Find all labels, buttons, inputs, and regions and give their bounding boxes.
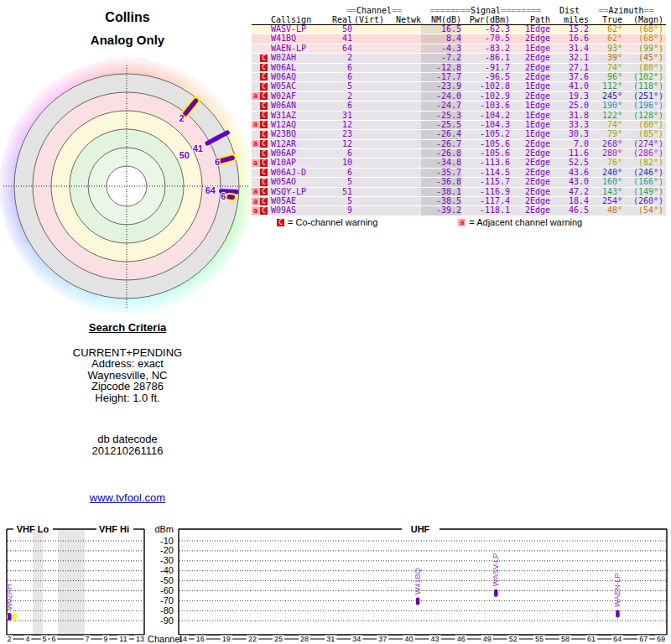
col-pwr: Pwr(dBm) [461,15,510,24]
cell-callsign: W09AS [271,206,327,215]
col-miles: miles [550,15,589,24]
criteria-line: Zipcode 28786 [44,381,211,392]
cell-virt-channel [352,169,384,177]
cell-network [384,178,421,186]
cell-callsign: W06AL [271,64,327,72]
y-tick-label: -50 [160,575,174,585]
cell-path: 2Edge [510,34,550,43]
cell-network [384,206,421,215]
cell-path: 1Edge [510,44,550,53]
cell-nm-db: -26.7 [421,140,461,148]
cell-power-dbm: -62.3 [461,25,510,34]
co-channel-warning-icon: C [260,179,268,186]
cell-nm-db: -26.8 [421,149,461,158]
polar-plot: 250416646 [0,54,260,315]
cell-miles: 31.4 [550,44,589,53]
cell-true-azimuth: 39° [589,54,622,62]
cell-virt-channel [352,101,384,110]
x-tick-label: 46 [457,635,466,643]
station-table: ==Channel== ========Signal======== Dist … [252,7,666,216]
cell-real-channel: 5 [327,178,352,186]
col-path: Path [510,15,550,24]
cell-magn-azimuth: (251°) [622,92,663,101]
x-tick-label: 40 [404,635,413,643]
table-row: CW31AZ31-25.3-104.21Edge31.8122°(128°) [252,112,666,121]
x-tick-label: 25 [274,635,283,643]
signal-bar [416,597,420,605]
co-channel-warning-icon: C [260,73,268,80]
cell-power-dbm: -118.1 [461,206,510,215]
cell-nm-db: -25.3 [421,112,461,120]
cell-virt-channel [352,82,384,91]
page-subtitle: Analog Only [0,33,255,47]
y-tick-label: -70 [160,595,174,605]
co-channel-warning-icon: C [260,198,268,205]
cell-miles: 30.3 [550,130,589,138]
cell-miles: 18.4 [550,197,589,205]
cell-miles: 33.3 [550,121,589,129]
cell-callsign: W10AP [271,158,327,167]
signal-bar [616,610,620,618]
signal-bar [8,613,12,621]
cell-network [384,34,421,43]
cell-power-dbm: -70.5 [461,34,510,43]
cell-nm-db: -4.3 [421,44,461,53]
cell-power-dbm: -113.6 [461,158,510,167]
table-row: CW05AO5-36.8-115.72Edge43.0160°(166°) [252,178,666,187]
cell-miles: 43.6 [550,169,589,177]
cell-power-dbm: -86.1 [461,54,510,62]
cell-nm-db: -7.2 [421,54,461,62]
cell-magn-azimuth: (54°) [622,206,663,215]
cell-real-channel: 6 [327,64,352,72]
cell-magn-azimuth: (68°) [622,34,663,43]
col-netwk: Netwk [384,15,421,24]
criteria-line: CURRENT+PENDING [44,347,211,359]
cell-network [384,140,421,148]
table-row: aCW09AS9-39.2-118.12Edge46.548°(54°) [252,206,666,216]
signal-callsign-label: WAEN-LP [613,573,622,607]
tvfool-link[interactable]: www.tvfool.com [90,491,165,504]
cell-nm-db: -38.5 [421,197,461,205]
co-channel-warning-icon: C [260,83,268,91]
cell-virt-channel [352,112,384,120]
cell-virt-channel [352,188,384,196]
col-real: Real [327,15,352,24]
cell-path: 2Edge [510,158,550,167]
cell-network [384,197,421,205]
x-tick-label: 67 [639,635,648,643]
cell-power-dbm: -105.6 [461,140,510,148]
cell-callsign: W31AZ [271,112,327,120]
cell-nm-db: -24.0 [421,92,461,101]
x-tick-label: 9 [103,635,107,643]
cell-miles: 41.0 [550,82,589,91]
cell-path: 2Edge [510,178,550,186]
y-tick-label: -10 [160,536,174,546]
cell-magn-azimuth: (80°) [622,64,663,72]
cell-path: 1Edge [510,101,550,110]
x-tick-label: 49 [483,635,492,643]
cell-path: 2Edge [510,73,550,81]
cell-callsign: W06AJ-D [271,169,327,177]
vhf-gap-band [33,530,43,634]
x-axis-label: Channel [148,634,182,644]
x-tick-label: 5 [42,635,46,643]
warning-legend: C = Co-channel warning a = Adjacent chan… [277,217,663,227]
table-row: CW23BQ23-26.4-105.21Edge30.379°(85°) [252,130,666,139]
cell-real-channel: 12 [327,140,352,148]
cell-virt-channel [352,206,384,215]
cell-miles: 7.0 [550,140,589,148]
band-title-uhf: UHF [411,524,430,534]
cell-true-azimuth: 280° [589,149,622,158]
col-nm: NM(dB) [421,15,461,24]
station-channel-label: 6 [215,157,220,167]
cell-network [384,25,421,34]
cell-callsign: W05AO [271,178,327,186]
cell-network [384,64,421,72]
cell-nm-db: 8.4 [421,34,461,43]
station-table-rows: WASV-LP5016.5-62.31Edge15.262°(68°)W41BQ… [252,25,666,216]
cell-real-channel: 6 [327,101,352,110]
station-channel-label: 64 [205,185,216,195]
cell-true-azimuth: 122° [589,112,622,120]
cell-magn-azimuth: (286°) [622,149,663,158]
cell-true-azimuth: 48° [589,206,622,215]
